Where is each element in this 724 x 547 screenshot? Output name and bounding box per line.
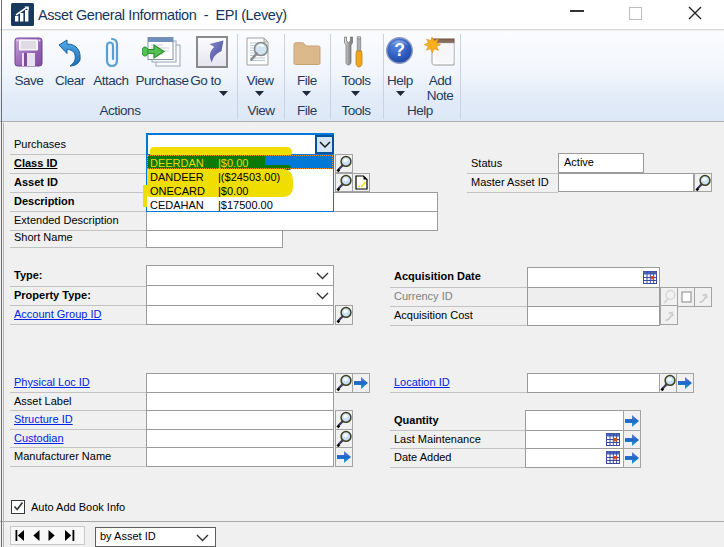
- svg-text:?: ?: [394, 40, 405, 60]
